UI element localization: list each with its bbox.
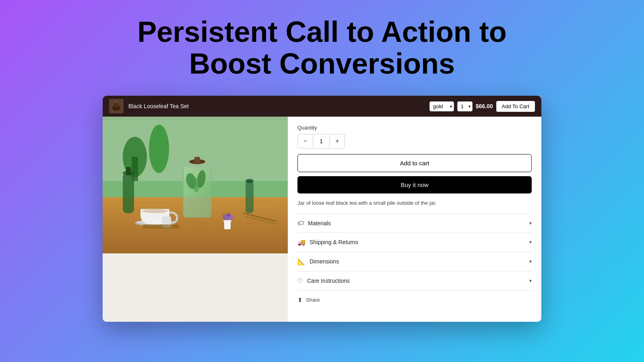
sticky-controls: gold silver black 1 2 3 $66.00 Add To Ca… (429, 101, 535, 112)
svg-point-3 (114, 101, 118, 103)
svg-point-24 (142, 209, 168, 213)
materials-icon: 🏷 (297, 220, 304, 227)
svg-rect-36 (123, 173, 134, 213)
product-layout: Quantity − 1 + Add to cart Buy it now Ja… (103, 117, 541, 322)
sticky-bar: Black Looseleaf Tea Set gold silver blac… (103, 96, 541, 117)
accordion-materials: 🏷 Materials ▾ (297, 214, 532, 232)
svg-rect-2 (114, 102, 118, 108)
sticky-add-to-cart-button[interactable]: Add To Cart (496, 101, 535, 112)
color-select-wrap[interactable]: gold silver black (429, 101, 454, 111)
shipping-icon: 🚚 (297, 239, 305, 246)
share-icon: ⬆ (297, 296, 303, 304)
share-section[interactable]: ⬆ Share (297, 290, 532, 309)
buy-now-button[interactable]: Buy it now (297, 176, 532, 193)
sticky-product-name: Black Looseleaf Tea Set (128, 103, 425, 109)
quantity-control: − 1 + (297, 134, 345, 148)
svg-rect-17 (194, 157, 200, 163)
quantity-label: Quantity (297, 125, 532, 131)
svg-rect-34 (223, 220, 231, 222)
svg-rect-18 (184, 197, 211, 217)
dimensions-label: Dimensions (310, 258, 339, 265)
add-to-cart-button[interactable]: Add to cart (297, 154, 532, 172)
quantity-select[interactable]: 1 2 3 (457, 101, 473, 111)
svg-point-29 (229, 215, 233, 219)
product-image (103, 117, 288, 253)
product-details: Quantity − 1 + Add to cart Buy it now Ja… (288, 117, 541, 322)
accordion-dimensions-header[interactable]: 📐 Dimensions ▾ (297, 252, 532, 271)
product-description: Jar of loose leaf black tea with a small… (297, 199, 532, 207)
quantity-value: 1 (313, 135, 330, 148)
share-label: Share (306, 297, 320, 303)
dimensions-chevron-icon: ▾ (529, 259, 532, 264)
shipping-label: Shipping & Returns (310, 239, 358, 245)
shipping-chevron-icon: ▾ (529, 239, 532, 245)
care-icon: ♡ (297, 277, 303, 285)
dimensions-icon: 📐 (297, 258, 305, 265)
accordion-materials-header[interactable]: 🏷 Materials ▾ (297, 214, 532, 232)
care-chevron-icon: ▾ (529, 278, 532, 284)
sticky-product-thumbnail (109, 99, 124, 113)
color-select[interactable]: gold silver black (429, 101, 454, 111)
accordion-dimensions: 📐 Dimensions ▾ (297, 252, 532, 271)
accordion-care-header[interactable]: ♡ Care Instructions ▾ (297, 272, 532, 290)
svg-point-8 (149, 125, 169, 173)
accordion-shipping: 🚚 Shipping & Returns ▾ (297, 232, 532, 252)
svg-rect-35 (143, 224, 179, 228)
svg-rect-38 (126, 167, 131, 175)
headline-line1: Persistent Call to Action to (137, 16, 506, 48)
sticky-price: $66.00 (476, 103, 493, 109)
materials-label: Materials (308, 220, 331, 226)
quantity-select-wrap[interactable]: 1 2 3 (457, 101, 473, 111)
quantity-decrease-button[interactable]: − (298, 134, 313, 148)
accordion-care: ♡ Care Instructions ▾ (297, 271, 532, 290)
quantity-increase-button[interactable]: + (330, 134, 345, 148)
browser-window: Black Looseleaf Tea Set gold silver blac… (103, 96, 541, 322)
svg-rect-39 (246, 181, 254, 213)
materials-chevron-icon: ▾ (529, 220, 532, 226)
page-headline: Persistent Call to Action to Boost Conve… (137, 16, 506, 80)
product-image-section (103, 117, 288, 322)
svg-point-32 (225, 216, 230, 220)
care-label: Care Instructions (307, 278, 350, 284)
headline-line2: Boost Conversions (189, 47, 455, 80)
accordion-shipping-header[interactable]: 🚚 Shipping & Returns ▾ (297, 233, 532, 252)
svg-point-40 (246, 179, 254, 183)
